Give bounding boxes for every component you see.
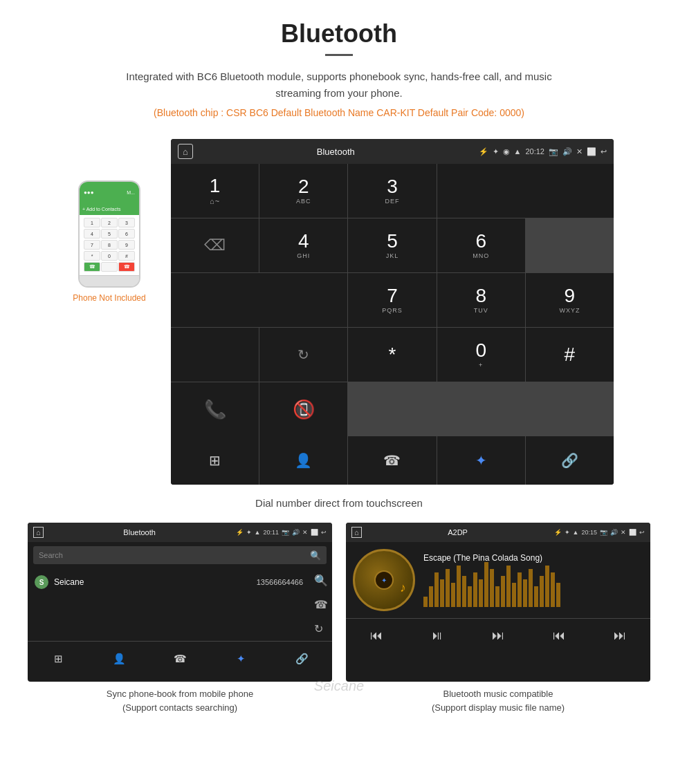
dial-phone-button[interactable]: ☎	[348, 436, 436, 485]
dial-empty-2	[171, 273, 347, 327]
phonebook-bottom-bar: ⊞ 👤 ☎ ✦ 🔗	[28, 641, 332, 675]
viz-bar	[440, 579, 444, 607]
dial-screen-title: Bluetooth	[317, 147, 355, 157]
music-win-icon[interactable]: ⬜	[629, 529, 636, 536]
page-header: Bluetooth Integrated with BC6 Bluetooth …	[0, 0, 678, 139]
pb-close-icon[interactable]: ✕	[302, 529, 308, 536]
home-button[interactable]: ⌂	[178, 144, 193, 159]
usb-icon: ⚡	[479, 147, 488, 156]
viz-bar	[540, 576, 544, 607]
dial-end-button[interactable]: 📵	[259, 382, 347, 436]
pb-win-icon[interactable]: ⬜	[311, 529, 318, 536]
dial-key-1[interactable]: 1 ⌂~	[171, 164, 259, 218]
music-bluetooth-icon: ✦	[565, 529, 570, 536]
dial-contacts-button[interactable]: 👤	[259, 436, 347, 485]
dial-status-bar: ⌂ Bluetooth ⚡ ✦ ◉ ▲ 20:12 📷 🔊 ✕ ⬜ ↩	[171, 139, 614, 164]
dial-key-7[interactable]: 7 PQRS	[348, 273, 436, 327]
dial-key-9[interactable]: 9 WXYZ	[526, 273, 614, 327]
dial-call-button[interactable]: 📞	[171, 382, 259, 436]
dial-key-3[interactable]: 3 DEF	[348, 164, 436, 218]
viz-bar	[434, 572, 439, 607]
dial-key-5[interactable]: 5 JKL	[348, 218, 436, 272]
pb-person-btn[interactable]: 👤	[89, 642, 149, 675]
contact-name: Seicane	[54, 577, 251, 587]
pb-call-icon[interactable]: ☎	[314, 598, 328, 611]
dial-key-6[interactable]: 6 MNO	[437, 218, 525, 272]
album-art: ✦ ♪	[353, 549, 415, 611]
search-bar[interactable]: Search 🔍	[33, 546, 327, 564]
music-skip-back[interactable]: ⏮	[346, 619, 407, 653]
pb-phone-btn[interactable]: ☎	[149, 642, 210, 675]
music-panel: ⌂ A2DP ⚡ ✦ ▲ 20:15 📷 🔊 ✕ ⬜ ↩	[346, 523, 650, 720]
music-time: 20:15	[581, 529, 597, 536]
pb-bt-btn[interactable]: ✦	[210, 642, 271, 675]
dial-link-button[interactable]: 🔗	[526, 436, 614, 485]
phonebook-screen: ⌂ Bluetooth ⚡ ✦ ▲ 20:11 📷 🔊 ✕ ⬜ ↩	[28, 523, 332, 682]
music-body: ✦ ♪ Escape (The Pina Colada Song)	[346, 542, 650, 618]
viz-bar	[529, 569, 533, 607]
phone-screen-top: ●●● M...	[80, 182, 139, 203]
signal-icon: ▲	[514, 147, 522, 156]
dial-key-hash[interactable]: #	[526, 328, 614, 382]
pb-sync-icon[interactable]: ↻	[314, 622, 328, 635]
dial-key-8[interactable]: 8 TUV	[437, 273, 525, 327]
phonebook-search-area: Search 🔍	[28, 542, 332, 568]
dial-key-star[interactable]: *	[348, 328, 436, 382]
viz-bar	[462, 576, 466, 607]
music-title: Escape (The Pina Colada Song)	[423, 553, 643, 563]
dial-key-0[interactable]: 0 +	[437, 328, 525, 382]
bt-album-icon: ✦	[381, 577, 387, 584]
page-title: Bluetooth	[0, 19, 678, 48]
viz-bar	[551, 572, 555, 607]
pb-grid-btn[interactable]: ⊞	[28, 642, 89, 675]
music-skip-fwd[interactable]: ⏭	[468, 619, 529, 653]
dial-grid-button[interactable]: ⊞	[171, 436, 259, 485]
phonebook-panel: ⌂ Bluetooth ⚡ ✦ ▲ 20:11 📷 🔊 ✕ ⬜ ↩	[28, 523, 332, 720]
contact-item[interactable]: S Seicane 13566664466	[28, 571, 310, 593]
dial-key-2[interactable]: 2 ABC	[259, 164, 347, 218]
music-status-bar: ⌂ A2DP ⚡ ✦ ▲ 20:15 📷 🔊 ✕ ⬜ ↩	[346, 523, 650, 542]
bottom-panels: ⌂ Bluetooth ⚡ ✦ ▲ 20:11 📷 🔊 ✕ ⬜ ↩	[0, 523, 678, 720]
pb-home-icon[interactable]: ⌂	[33, 527, 44, 538]
pb-link-btn[interactable]: 🔗	[271, 642, 332, 675]
phone-illustration: ●●● M... + Add to Contacts 1 2 3 4 5 6 7…	[78, 180, 140, 288]
music-play-pause[interactable]: ⏯	[407, 619, 468, 653]
viz-bar	[523, 579, 527, 607]
viz-bar	[556, 583, 560, 607]
dial-key-4[interactable]: 4 GHI	[259, 218, 347, 272]
dial-bluetooth-button[interactable]: ✦	[437, 436, 525, 485]
dial-bottom-bar: ⊞ 👤 ☎ ✦ 🔗	[171, 436, 614, 485]
pb-signal-icon: ▲	[255, 529, 261, 536]
music-close-icon[interactable]: ✕	[621, 529, 626, 536]
dial-refresh[interactable]: ↻	[259, 328, 347, 382]
phonebook-list: S Seicane 13566664466	[28, 568, 310, 641]
viz-bar	[517, 572, 522, 607]
title-divider	[325, 54, 353, 56]
music-caption: Bluetooth music compatible (Support disp…	[346, 682, 650, 720]
music-next[interactable]: ⏭	[589, 619, 650, 653]
phonebook-body: S Seicane 13566664466 🔍 ☎ ↻	[28, 568, 332, 641]
phonebook-right-icons: 🔍 ☎ ↻	[310, 568, 332, 641]
phonebook-status-bar: ⌂ Bluetooth ⚡ ✦ ▲ 20:11 📷 🔊 ✕ ⬜ ↩	[28, 523, 332, 542]
viz-bar	[423, 597, 428, 607]
dial-backspace[interactable]: ⌫	[171, 218, 259, 272]
viz-bar	[446, 569, 450, 607]
dial-display-area	[437, 164, 614, 218]
contact-avatar: S	[35, 575, 48, 589]
music-prev[interactable]: ⏮	[529, 619, 589, 653]
pb-search-icon[interactable]: 🔍	[314, 574, 328, 587]
viz-bar	[457, 566, 461, 607]
pb-back-icon[interactable]: ↩	[321, 529, 327, 536]
window-icon[interactable]: ⬜	[587, 147, 596, 156]
music-visualization	[423, 566, 643, 607]
close-icon[interactable]: ✕	[576, 147, 583, 156]
back-icon[interactable]: ↩	[601, 147, 607, 156]
camera-icon: 📷	[549, 147, 558, 156]
music-screen: ⌂ A2DP ⚡ ✦ ▲ 20:15 📷 🔊 ✕ ⬜ ↩	[346, 523, 650, 682]
viz-bar	[490, 569, 494, 607]
pb-screen-title: Bluetooth	[123, 528, 155, 536]
music-back-icon[interactable]: ↩	[639, 529, 645, 536]
bluetooth-specs: (Bluetooth chip : CSR BC6 Default Blueto…	[0, 107, 678, 118]
viz-bar	[473, 572, 477, 607]
music-home-icon[interactable]: ⌂	[351, 527, 362, 538]
